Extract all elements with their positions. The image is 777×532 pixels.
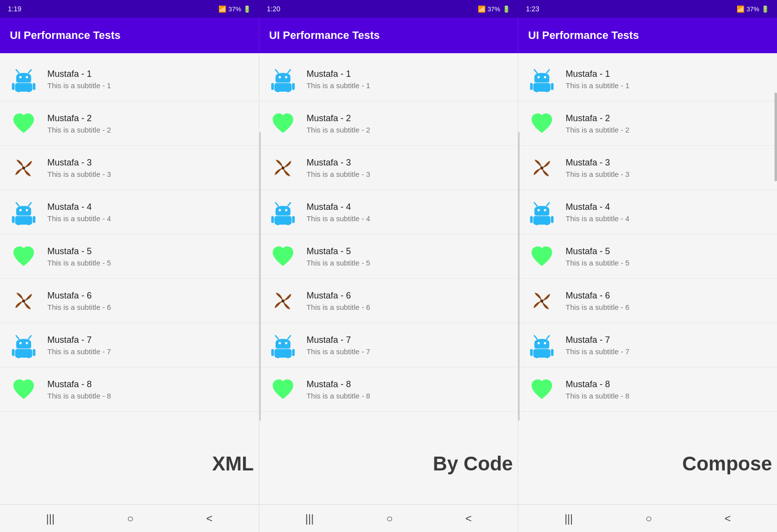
list-item-title: Mustafa - 3 (47, 158, 111, 168)
battery-icon-3: 🔋 (761, 5, 769, 13)
nav-menu-2[interactable]: ||| (305, 512, 314, 525)
list-item-subtitle: This is a subtitle - 4 (47, 214, 111, 223)
android-icon (267, 330, 299, 361)
signal-2: 📶 (478, 5, 486, 13)
app-bar-segment-3: UI Performance Tests (518, 18, 777, 53)
list-item-title: Mustafa - 1 (565, 69, 629, 79)
list-item[interactable]: Mustafa - 3 This is a subtitle - 3 (0, 146, 259, 190)
list-item[interactable]: Mustafa - 2 This is a subtitle - 2 (0, 101, 259, 146)
svg-rect-84 (551, 349, 554, 356)
list-text: Mustafa - 6 This is a subtitle - 6 (47, 291, 111, 311)
svg-point-41 (279, 209, 281, 211)
list-item-subtitle: This is a subtitle - 7 (565, 347, 629, 356)
nav-bar: ||| ○ < ||| ○ < ||| ○ < (0, 504, 777, 532)
list-text: Mustafa - 4 This is a subtitle - 4 (307, 202, 370, 223)
status-segment-1: 1:19 📶 37% 🔋 (0, 0, 259, 18)
list-item[interactable]: Mustafa - 2 This is a subtitle - 2 (259, 101, 518, 146)
nav-menu-3[interactable]: ||| (565, 512, 573, 525)
pinwheel-icon (8, 285, 39, 317)
nav-segment-2: ||| ○ < (259, 505, 519, 532)
list-item[interactable]: Mustafa - 1 This is a subtitle - 1 (0, 57, 259, 101)
list-item[interactable]: Mustafa - 8 This is a subtitle - 8 (0, 367, 259, 412)
list-item[interactable]: Mustafa - 1 This is a subtitle - 1 (259, 57, 518, 101)
nav-home-2[interactable]: ○ (386, 512, 392, 525)
android-icon (8, 330, 39, 361)
heart-icon (526, 374, 558, 405)
nav-home-3[interactable]: ○ (645, 512, 652, 525)
pinwheel-icon (267, 152, 299, 184)
list-item-title: Mustafa - 4 (47, 202, 111, 212)
list-item-title: Mustafa - 6 (307, 291, 370, 301)
list-text: Mustafa - 7 This is a subtitle - 7 (47, 335, 111, 356)
list-bycode[interactable]: Mustafa - 1 This is a subtitle - 1 Musta… (259, 53, 518, 504)
app-bar-title-1: UI Performance Tests (10, 29, 121, 42)
list-item-subtitle: This is a subtitle - 1 (565, 81, 629, 90)
list-item[interactable]: Mustafa - 6 This is a subtitle - 6 (259, 279, 518, 323)
svg-rect-24 (15, 349, 33, 357)
nav-back-1[interactable]: < (206, 512, 212, 525)
list-text: Mustafa - 8 This is a subtitle - 8 (47, 379, 111, 400)
scroll-border-bycode (259, 132, 261, 421)
list-item[interactable]: Mustafa - 1 This is a subtitle - 1 (518, 57, 777, 101)
nav-menu-1[interactable]: ||| (46, 512, 55, 525)
list-text: Mustafa - 2 This is a subtitle - 2 (47, 113, 111, 134)
list-xml[interactable]: Mustafa - 1 This is a subtitle - 1 Musta… (0, 53, 259, 504)
list-text: Mustafa - 7 This is a subtitle - 7 (565, 335, 629, 356)
android-icon (267, 197, 299, 228)
heart-icon (267, 374, 299, 405)
list-item[interactable]: Mustafa - 5 This is a subtitle - 5 (518, 234, 777, 279)
svg-rect-15 (12, 216, 14, 223)
list-item-subtitle: This is a subtitle - 1 (47, 81, 111, 90)
phone-column-bycode: Mustafa - 1 This is a subtitle - 1 Musta… (259, 53, 519, 504)
list-item[interactable]: Mustafa - 8 This is a subtitle - 8 (518, 367, 777, 412)
android-icon (526, 64, 558, 95)
list-item[interactable]: Mustafa - 4 This is a subtitle - 4 (259, 190, 518, 234)
heart-icon (8, 241, 39, 272)
svg-rect-35 (292, 83, 294, 90)
list-item-subtitle: This is a subtitle - 3 (307, 170, 370, 178)
svg-point-19 (22, 299, 25, 302)
svg-line-50 (287, 335, 290, 339)
nav-home-1[interactable]: ○ (127, 512, 134, 525)
android-icon (8, 197, 39, 228)
signal-1: 📶 (218, 5, 226, 13)
list-item-subtitle: This is a subtitle - 6 (47, 303, 111, 311)
list-item[interactable]: Mustafa - 5 This is a subtitle - 5 (259, 234, 518, 279)
list-item[interactable]: Mustafa - 2 This is a subtitle - 2 (518, 101, 777, 146)
list-item[interactable]: Mustafa - 3 This is a subtitle - 3 (518, 146, 777, 190)
list-item-title: Mustafa - 5 (307, 246, 370, 257)
pinwheel-icon (526, 285, 558, 317)
svg-point-52 (285, 342, 287, 344)
list-item-subtitle: This is a subtitle - 7 (307, 347, 370, 356)
list-item[interactable]: Mustafa - 5 This is a subtitle - 5 (0, 234, 259, 279)
list-item[interactable]: Mustafa - 7 This is a subtitle - 7 (518, 323, 777, 367)
list-item[interactable]: Mustafa - 3 This is a subtitle - 3 (259, 146, 518, 190)
list-text: Mustafa - 2 This is a subtitle - 2 (565, 113, 629, 134)
list-item-subtitle: This is a subtitle - 3 (565, 170, 629, 178)
nav-back-3[interactable]: < (725, 512, 731, 525)
status-right-3: 📶 37% 🔋 (737, 5, 769, 13)
nav-back-2[interactable]: < (465, 512, 472, 525)
list-item[interactable]: Mustafa - 6 This is a subtitle - 6 (0, 279, 259, 323)
list-item[interactable]: Mustafa - 8 This is a subtitle - 8 (259, 367, 518, 412)
svg-rect-73 (530, 216, 533, 223)
battery-2: 37% (488, 5, 500, 13)
list-item[interactable]: Mustafa - 6 This is a subtitle - 6 (518, 279, 777, 323)
list-item-title: Mustafa - 7 (47, 335, 111, 345)
list-item[interactable]: Mustafa - 7 This is a subtitle - 7 (259, 323, 518, 367)
svg-line-78 (534, 335, 537, 339)
svg-point-80 (537, 342, 540, 344)
svg-rect-63 (530, 83, 533, 90)
list-item[interactable]: Mustafa - 4 This is a subtitle - 4 (518, 190, 777, 234)
svg-point-67 (540, 166, 543, 169)
list-text: Mustafa - 1 This is a subtitle - 1 (307, 69, 370, 90)
list-item-subtitle: This is a subtitle - 4 (565, 214, 629, 223)
list-item[interactable]: Mustafa - 7 This is a subtitle - 7 (0, 323, 259, 367)
list-item[interactable]: Mustafa - 4 This is a subtitle - 4 (0, 190, 259, 234)
heart-icon (267, 108, 299, 139)
heart-icon (526, 241, 558, 272)
list-item-subtitle: This is a subtitle - 1 (307, 81, 370, 90)
android-icon (267, 64, 299, 95)
list-item-title: Mustafa - 8 (565, 379, 629, 390)
list-compose[interactable]: Mustafa - 1 This is a subtitle - 1 Musta… (518, 53, 777, 504)
